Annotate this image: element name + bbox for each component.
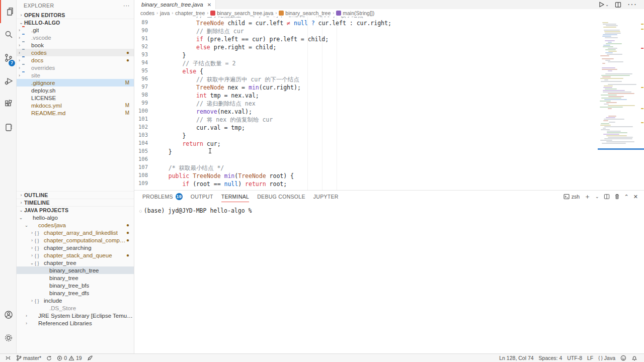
breadcrumb-item[interactable]: codes	[140, 10, 154, 16]
split-editor-icon[interactable]	[615, 2, 621, 8]
java-project-item-chapter-stack-and-queue[interactable]: ›{ }chapter_stack_and_queue●	[17, 251, 134, 259]
java-project-item-chapter-computational-complexity[interactable]: ›{ }chapter_computational_complexity●	[17, 236, 134, 244]
terminal-dropdown-icon[interactable]: ⌄	[595, 194, 599, 199]
code-line-109[interactable]: 109 if (root == null) return root;	[134, 180, 644, 188]
code-line-96[interactable]: 96 // 获取中序遍历中 cur 的下一个结点	[134, 75, 644, 83]
cursor-position[interactable]: Ln 128, Col 74	[497, 354, 536, 362]
account-button[interactable]	[0, 303, 17, 326]
explorer-item-book[interactable]: ›book	[17, 41, 134, 49]
java-project-item-binary-tree-dfs[interactable]: binary_tree_dfs	[17, 289, 134, 297]
activity-run-debug[interactable]	[0, 69, 17, 93]
activity-extensions[interactable]	[0, 93, 17, 116]
remote-indicator[interactable]	[0, 354, 14, 362]
close-icon[interactable]: ✕	[207, 2, 211, 8]
explorer-more-icon[interactable]: ···	[123, 2, 130, 9]
code-line-107[interactable]: 107 /* 获取最小结点 */	[134, 164, 644, 172]
panel-tab-problems[interactable]: PROBLEMS19	[142, 191, 183, 203]
java-project-item-referenced-libraries[interactable]: ›Referenced Libraries	[17, 319, 134, 327]
code-line-99[interactable]: 99 // 递归删除结点 nex	[134, 100, 644, 108]
code-line-89[interactable]: 89 TreeNode child = cur.left ≠ null ? cu…	[134, 19, 644, 27]
git-branch-status[interactable]: master*	[14, 354, 44, 362]
java-project-item-binary-search-tree[interactable]: binary_search_tree	[17, 266, 134, 274]
section-outline[interactable]: › OUTLINE	[17, 191, 134, 199]
encoding[interactable]: UTF-8	[565, 354, 585, 362]
java-project-item-hello-algo[interactable]: ⌄hello-algo	[17, 214, 134, 221]
breadcrumb-item[interactable]: java	[160, 10, 170, 16]
activity-search[interactable]	[0, 23, 17, 46]
java-project-item-chapter-array-and-linkedlist[interactable]: ›{ }chapter_array_and_linkedlist●	[17, 229, 134, 236]
code-line-102[interactable]: 102 cur.val = tmp;	[134, 124, 644, 132]
code-line-104[interactable]: 104 return cur;	[134, 140, 644, 148]
panel-tab-output[interactable]: OUTPUT	[191, 191, 213, 203]
java-project-item-binary-tree[interactable]: binary_tree	[17, 274, 134, 282]
explorer-item--vscode[interactable]: ›.vscode	[17, 34, 134, 41]
settings-button[interactable]	[0, 326, 17, 349]
maximize-panel-icon[interactable]: ⌃	[624, 194, 629, 200]
explorer-item--git[interactable]: ›.git	[17, 26, 134, 34]
code-line-106[interactable]: 106	[134, 156, 644, 164]
java-project-item-include[interactable]: ›{ }include	[17, 297, 134, 304]
kill-terminal-icon[interactable]	[614, 194, 620, 200]
code-line-95[interactable]: 95 else {	[134, 67, 644, 75]
code-line-93[interactable]: 93 }	[134, 51, 644, 59]
code-line-91[interactable]: 91 if (pre.left == cur) pre.left = child…	[134, 35, 644, 43]
activity-source-control[interactable]: 7	[0, 46, 17, 69]
code-line-98[interactable]: 98 int tmp = nex.val;	[134, 92, 644, 100]
explorer-item-deploy-sh[interactable]: deploy.sh	[17, 86, 134, 94]
indentation[interactable]: Spaces: 4	[536, 354, 565, 362]
panel-tab-debug-console[interactable]: DEBUG CONSOLE	[257, 191, 305, 203]
java-project-item-codes-java[interactable]: ⌄codes/java●	[17, 221, 134, 229]
code-editor[interactable]: 88 // 当子结点数量 = 0 / 1 时， child = null / 该…	[134, 17, 644, 190]
java-project-item-binary-tree-bfs[interactable]: binary_tree_bfs	[17, 282, 134, 289]
run-button[interactable]: ⌄	[598, 1, 609, 8]
code-line-103[interactable]: 103 }	[134, 132, 644, 140]
launch-status[interactable]	[85, 354, 96, 362]
breadcrumb-item[interactable]: main(String[])	[336, 10, 374, 16]
file-icon	[22, 95, 29, 101]
problems-status[interactable]: 0 19	[54, 354, 85, 362]
java-project-item-chapter-searching[interactable]: ›{ }chapter_searching	[17, 244, 134, 251]
feedback-button[interactable]	[618, 354, 629, 362]
explorer-item-site[interactable]: ›site	[17, 71, 134, 79]
language-mode[interactable]: { } Java	[596, 354, 618, 362]
activity-notebook[interactable]	[0, 116, 17, 139]
tab-binary-search-tree[interactable]: binary_search_tree.java ✕	[134, 0, 216, 9]
section-root-folder[interactable]: ⌄ HELLO-ALGO	[17, 19, 134, 26]
panel-tab-jupyter[interactable]: JUPYTER	[313, 191, 339, 203]
breadcrumb-item[interactable]: chapter_tree	[175, 10, 205, 16]
sync-status[interactable]	[44, 354, 54, 362]
section-open-editors[interactable]: › OPEN EDITORS	[17, 11, 134, 19]
java-project-item-jre-system-library-eclipse-temurin-17-17-[interactable]: ›JRE System Library [Eclipse Temurin 17 …	[17, 312, 134, 319]
explorer-item-docs[interactable]: ›docs●	[17, 56, 134, 64]
explorer-item-codes[interactable]: ›codes●	[17, 49, 134, 56]
explorer-item-license[interactable]: LICENSE	[17, 94, 134, 102]
new-terminal-button[interactable]: ＋	[584, 192, 591, 201]
breadcrumb-item[interactable]: binary_search_tree.java	[210, 10, 273, 16]
code-line-105[interactable]: 105 }	[134, 148, 644, 156]
shell-selector[interactable]: zsh	[564, 194, 580, 200]
java-project-item-chapter-tree[interactable]: ⌄{ }chapter_tree	[17, 259, 134, 266]
section-java-projects[interactable]: ⌄ JAVA PROJECTS	[17, 206, 134, 214]
code-line-97[interactable]: 97 TreeNode nex = min(cur.right);	[134, 83, 644, 92]
explorer-item--gitignore[interactable]: .gitignoreM	[17, 79, 134, 86]
code-line-90[interactable]: 90 // 删除结点 cur	[134, 27, 644, 35]
code-line-92[interactable]: 92 else pre.right = child;	[134, 43, 644, 51]
editor-more-icon[interactable]: ···	[627, 0, 637, 9]
code-line-94[interactable]: 94 // 子结点数量 = 2	[134, 59, 644, 67]
explorer-item-mkdocs-yml[interactable]: mkdocs.ymlM	[17, 102, 134, 109]
explorer-item-readme-md[interactable]: README.mdM	[17, 109, 134, 117]
code-line-100[interactable]: 100 remove(nex.val);	[134, 108, 644, 116]
eol-sequence[interactable]: LF	[585, 354, 596, 362]
minimap[interactable]	[599, 18, 640, 189]
code-line-108[interactable]: 108 public TreeNode min(TreeNode root) {	[134, 172, 644, 180]
activity-explorer[interactable]	[0, 0, 17, 23]
panel-tab-terminal[interactable]: TERMINAL	[221, 191, 250, 203]
section-timeline[interactable]: › TIMELINE	[17, 199, 134, 206]
code-line-101[interactable]: 101 // 将 nex 的值复制给 cur	[134, 116, 644, 124]
explorer-item-overrides[interactable]: ›overrides	[17, 64, 134, 71]
breadcrumb-item[interactable]: binary_search_tree	[279, 10, 331, 16]
split-terminal-icon[interactable]	[604, 194, 610, 200]
close-panel-icon[interactable]: ✕	[633, 194, 638, 200]
notifications-button[interactable]	[629, 354, 640, 362]
java-project-item--ds-store[interactable]: .DS_Store	[17, 304, 134, 312]
